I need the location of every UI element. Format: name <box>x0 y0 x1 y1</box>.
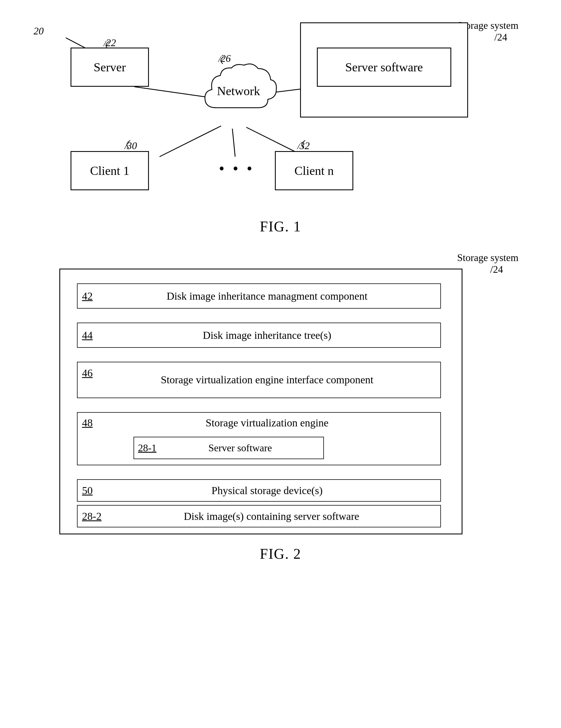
component-28-2-box: 28-2 Disk image(s) containing server sof… <box>77 505 441 527</box>
comp-50-text: Physical storage device(s) <box>98 484 436 497</box>
comp-48-text: Storage virtualization engine <box>98 417 436 429</box>
comp-28-2-text: Disk image(s) containing server software <box>107 510 436 522</box>
comp-42-number: 42 <box>82 290 93 302</box>
client1-box: Client 1 <box>71 151 149 190</box>
comp-46-number: 46 <box>82 367 93 379</box>
component-42-box: 42 Disk image inheritance managment comp… <box>77 283 441 309</box>
fig1-section: 20 <box>22 17 539 235</box>
ref-30: /30 <box>124 140 137 152</box>
fig1-caption: FIG. 1 <box>22 218 539 235</box>
fig2-section: Storage system /24 42 Disk image inherit… <box>22 252 539 562</box>
fig2-outer-box: 42 Disk image inheritance managment comp… <box>59 269 463 534</box>
comp-28-2-number: 28-2 <box>82 510 102 522</box>
component-28-1-box: 28-1 Server software <box>133 437 324 459</box>
comp-42-text: Disk image inheritance managment compone… <box>98 290 436 302</box>
dots-separator: • • • <box>219 159 254 177</box>
component-44-box: 44 Disk image inheritance tree(s) <box>77 323 441 348</box>
component-48-box: 48 Storage virtualization engine 28-1 Se… <box>77 412 441 465</box>
comp-46-text: Storage virtualization engine interface … <box>98 372 436 387</box>
comp-48-number: 48 <box>82 417 93 429</box>
comp-50-number: 50 <box>82 484 93 497</box>
comp-44-text: Disk image inheritance tree(s) <box>98 329 436 341</box>
ref-22: /22 <box>104 37 116 49</box>
fig2-diagram: Storage system /24 42 Disk image inherit… <box>43 252 518 537</box>
ref-32: /32 <box>297 140 310 152</box>
fig2-caption: FIG. 2 <box>22 546 539 562</box>
fig1-diagram: Storage system /24 /22 Server /26 Networ… <box>43 17 518 213</box>
storage-system-label-fig2: Storage system /24 <box>457 252 518 275</box>
comp-28-1-number: 28-1 <box>138 442 156 454</box>
network-cloud: Network <box>199 60 278 122</box>
comp-28-1-text: Server software <box>161 442 320 454</box>
ref-20-label: 20 <box>34 25 44 37</box>
component-50-box: 50 Physical storage device(s) <box>77 479 441 502</box>
clientn-box: Client n <box>275 151 353 190</box>
comp-44-number: 44 <box>82 329 93 341</box>
component-46-box: 46 Storage virtualization engine interfa… <box>77 362 441 398</box>
page: 20 <box>0 0 561 728</box>
server-box: Server <box>71 48 149 87</box>
server-software-box: Server software <box>317 48 451 87</box>
